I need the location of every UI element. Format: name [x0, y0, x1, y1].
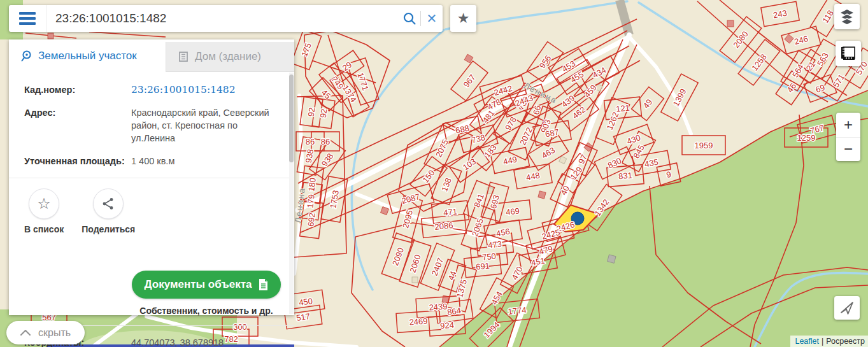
clear-search-button[interactable]: ✕ [421, 8, 443, 29]
favorites-button[interactable]: ★ [450, 5, 476, 32]
star-outline-icon: ☆ [37, 195, 51, 213]
panel-actions: ☆ В список Поделиться [9, 183, 294, 234]
svg-text:2469: 2469 [409, 316, 428, 327]
svg-text:92: 92 [318, 108, 329, 118]
building-icon [178, 51, 189, 62]
svg-text:1959: 1959 [695, 141, 713, 150]
action-label: В список [24, 224, 64, 234]
address-value: Краснодарский край, Северский район, ст.… [131, 106, 279, 145]
map-pin-icon [20, 50, 32, 62]
search-input[interactable] [46, 11, 399, 25]
coordinates-value: 44.704073, 38.678918 [131, 336, 279, 347]
cadastral-map-app: { "search": { "query": "23:26:1001015:14… [0, 0, 868, 347]
zoom-out-button[interactable]: − [836, 138, 860, 162]
tab-label: Земельный участок [38, 50, 137, 62]
hide-panel-button[interactable]: скрыть [6, 321, 85, 344]
svg-text:179: 179 [305, 194, 317, 208]
svg-text:450: 450 [298, 296, 313, 308]
share-button[interactable]: Поделиться [82, 188, 135, 234]
field-cadastral-number: Кад.номер: 23:26:1001015:1482 [9, 78, 294, 101]
cadastral-number-link[interactable]: 23:26:1001015:1482 [131, 84, 236, 96]
svg-text:692: 692 [306, 212, 317, 227]
field-area: Уточненная площадь: 1 400 кв.м [9, 150, 294, 173]
svg-text:750: 750 [481, 251, 496, 262]
add-to-list-button[interactable]: ☆ В список [24, 188, 64, 234]
svg-text:831: 831 [618, 171, 633, 181]
leaflet-link[interactable]: Leaflet [795, 337, 819, 346]
share-icon [101, 197, 115, 211]
layers-icon [839, 8, 855, 25]
svg-text:86: 86 [321, 137, 330, 146]
locate-button[interactable] [834, 296, 860, 320]
panel-scrollbar-thumb[interactable] [289, 74, 294, 162]
svg-text:86: 86 [306, 137, 315, 146]
svg-text:471: 471 [443, 206, 457, 217]
area-value: 1 400 кв.м [131, 155, 279, 167]
documents-block: Документы объекта Собственник, стоимость… [130, 271, 283, 316]
svg-text:180: 180 [306, 177, 318, 192]
close-icon: ✕ [427, 12, 438, 25]
location-arrow-icon [839, 301, 855, 316]
zoom-control: + − [836, 113, 860, 161]
documents-subtitle: Собственник, стоимость и др. [139, 306, 273, 316]
tab-label: Дом (здание) [195, 50, 261, 63]
action-label: Поделиться [82, 224, 135, 234]
svg-text:2086: 2086 [434, 220, 453, 232]
field-label: Адрес: [24, 106, 131, 145]
attribution-separator: | [822, 337, 823, 346]
field-address: Адрес: Краснодарский край, Северский рай… [9, 101, 294, 150]
svg-text:691: 691 [475, 260, 490, 271]
svg-text:517: 517 [295, 311, 311, 323]
svg-text:121: 121 [615, 103, 630, 113]
chevron-up-icon [20, 330, 31, 336]
menu-button[interactable] [9, 5, 46, 32]
star-icon: ★ [457, 10, 470, 27]
panel-tabs: Земельный участок Дом (здание) [9, 39, 294, 72]
rosreestr-link[interactable]: Росреестр [826, 337, 865, 346]
svg-text:469: 469 [505, 206, 520, 216]
svg-text:1774: 1774 [508, 305, 527, 316]
search-bar: ✕ [9, 5, 443, 32]
tab-building[interactable]: Дом (здание) [166, 42, 294, 72]
object-info-panel: Земельный участок Дом (здание) Кад.номер… [9, 39, 294, 315]
hide-label: скрыть [38, 327, 71, 339]
search-icon [402, 11, 417, 26]
panel-content: Кад.номер: 23:26:1001015:1482 Адрес: Кра… [9, 72, 294, 234]
zoom-in-button[interactable]: + [836, 113, 860, 138]
field-label: Кад.номер: [24, 83, 131, 96]
svg-text:924: 924 [440, 320, 455, 330]
object-documents-button[interactable]: Документы объекта [132, 271, 281, 299]
extent-ruler-button[interactable] [836, 41, 861, 66]
search-button[interactable] [399, 8, 420, 29]
ruler-frame-icon [840, 45, 857, 62]
svg-text:92: 92 [306, 107, 317, 117]
layers-button[interactable] [834, 4, 860, 29]
svg-text:2439: 2439 [429, 302, 448, 313]
svg-text:864: 864 [446, 306, 462, 317]
menu-icon [19, 12, 36, 15]
field-label: Уточненная площадь: [24, 155, 131, 167]
document-icon [258, 278, 269, 291]
map-attribution: Leaflet | Росреестр [790, 336, 868, 347]
tab-land-parcel[interactable]: Земельный участок [9, 39, 166, 72]
divider [9, 178, 294, 178]
documents-button-label: Документы объекта [144, 278, 252, 291]
svg-text:473: 473 [487, 239, 502, 250]
